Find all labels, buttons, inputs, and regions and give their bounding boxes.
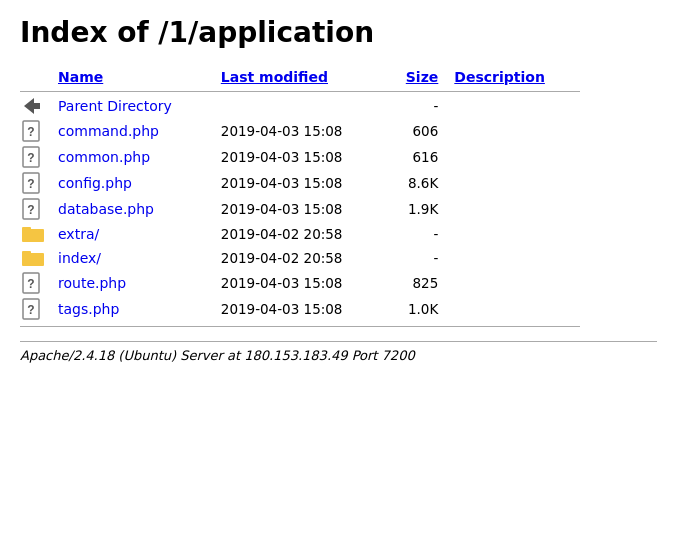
table-row: ? tags.php2019-04-03 15:081.0K bbox=[20, 296, 580, 322]
file-icon: ? bbox=[20, 196, 50, 222]
file-size: 1.9K bbox=[385, 196, 446, 222]
file-name[interactable]: tags.php bbox=[50, 296, 213, 322]
file-description bbox=[446, 170, 580, 196]
file-description bbox=[446, 94, 580, 118]
file-description bbox=[446, 246, 580, 270]
svg-text:?: ? bbox=[27, 151, 34, 165]
table-row: ? command.php2019-04-03 15:08606 bbox=[20, 118, 580, 144]
file-link[interactable]: extra/ bbox=[58, 226, 99, 242]
file-icon: ? bbox=[20, 270, 50, 296]
file-icon bbox=[20, 246, 50, 270]
table-row: index/2019-04-02 20:58- bbox=[20, 246, 580, 270]
file-name[interactable]: index/ bbox=[50, 246, 213, 270]
svg-text:?: ? bbox=[27, 177, 34, 191]
file-date: 2019-04-03 15:08 bbox=[213, 144, 386, 170]
file-link[interactable]: route.php bbox=[58, 275, 126, 291]
file-name[interactable]: command.php bbox=[50, 118, 213, 144]
svg-rect-12 bbox=[22, 251, 31, 255]
table-row: ? database.php2019-04-03 15:081.9K bbox=[20, 196, 580, 222]
file-size: - bbox=[385, 246, 446, 270]
table-row: ? route.php2019-04-03 15:08825 bbox=[20, 270, 580, 296]
file-size: - bbox=[385, 222, 446, 246]
file-description bbox=[446, 144, 580, 170]
file-date: 2019-04-02 20:58 bbox=[213, 246, 386, 270]
file-size: 8.6K bbox=[385, 170, 446, 196]
file-size: 825 bbox=[385, 270, 446, 296]
file-description bbox=[446, 196, 580, 222]
file-date: 2019-04-03 15:08 bbox=[213, 196, 386, 222]
file-date bbox=[213, 94, 386, 118]
col-description: Description bbox=[446, 65, 580, 89]
file-name[interactable]: config.php bbox=[50, 170, 213, 196]
svg-rect-10 bbox=[22, 227, 31, 231]
svg-text:?: ? bbox=[27, 125, 34, 139]
file-name[interactable]: route.php bbox=[50, 270, 213, 296]
file-date: 2019-04-03 15:08 bbox=[213, 170, 386, 196]
svg-marker-0 bbox=[24, 98, 40, 114]
svg-text:?: ? bbox=[27, 203, 34, 217]
table-row: ? common.php2019-04-03 15:08616 bbox=[20, 144, 580, 170]
file-name[interactable]: extra/ bbox=[50, 222, 213, 246]
file-date: 2019-04-02 20:58 bbox=[213, 222, 386, 246]
table-row: extra/2019-04-02 20:58- bbox=[20, 222, 580, 246]
file-link[interactable]: common.php bbox=[58, 149, 150, 165]
file-date: 2019-04-03 15:08 bbox=[213, 270, 386, 296]
file-description bbox=[446, 118, 580, 144]
file-icon bbox=[20, 94, 50, 118]
file-link[interactable]: index/ bbox=[58, 250, 101, 266]
col-last-modified[interactable]: Last modified bbox=[213, 65, 386, 89]
page-title: Index of /1/application bbox=[20, 16, 657, 49]
file-size: 616 bbox=[385, 144, 446, 170]
file-icon: ? bbox=[20, 118, 50, 144]
file-link[interactable]: Parent Directory bbox=[58, 98, 172, 114]
file-description bbox=[446, 270, 580, 296]
file-name[interactable]: Parent Directory bbox=[50, 94, 213, 118]
file-description bbox=[446, 222, 580, 246]
server-footer: Apache/2.4.18 (Ubuntu) Server at 180.153… bbox=[20, 341, 657, 363]
file-icon bbox=[20, 222, 50, 246]
file-size: - bbox=[385, 94, 446, 118]
table-row: Parent Directory- bbox=[20, 94, 580, 118]
file-listing-table: Name Last modified Size Description Pare… bbox=[20, 65, 580, 329]
file-size: 1.0K bbox=[385, 296, 446, 322]
file-link[interactable]: database.php bbox=[58, 201, 154, 217]
file-link[interactable]: tags.php bbox=[58, 301, 119, 317]
file-link[interactable]: command.php bbox=[58, 123, 159, 139]
file-icon: ? bbox=[20, 144, 50, 170]
file-description bbox=[446, 296, 580, 322]
file-size: 606 bbox=[385, 118, 446, 144]
file-name[interactable]: common.php bbox=[50, 144, 213, 170]
file-date: 2019-04-03 15:08 bbox=[213, 118, 386, 144]
svg-text:?: ? bbox=[27, 303, 34, 317]
table-row: ? config.php2019-04-03 15:088.6K bbox=[20, 170, 580, 196]
file-icon: ? bbox=[20, 296, 50, 322]
file-date: 2019-04-03 15:08 bbox=[213, 296, 386, 322]
file-name[interactable]: database.php bbox=[50, 196, 213, 222]
svg-text:?: ? bbox=[27, 277, 34, 291]
file-link[interactable]: config.php bbox=[58, 175, 132, 191]
file-icon: ? bbox=[20, 170, 50, 196]
col-size[interactable]: Size bbox=[385, 65, 446, 89]
col-name[interactable]: Name bbox=[50, 65, 213, 89]
